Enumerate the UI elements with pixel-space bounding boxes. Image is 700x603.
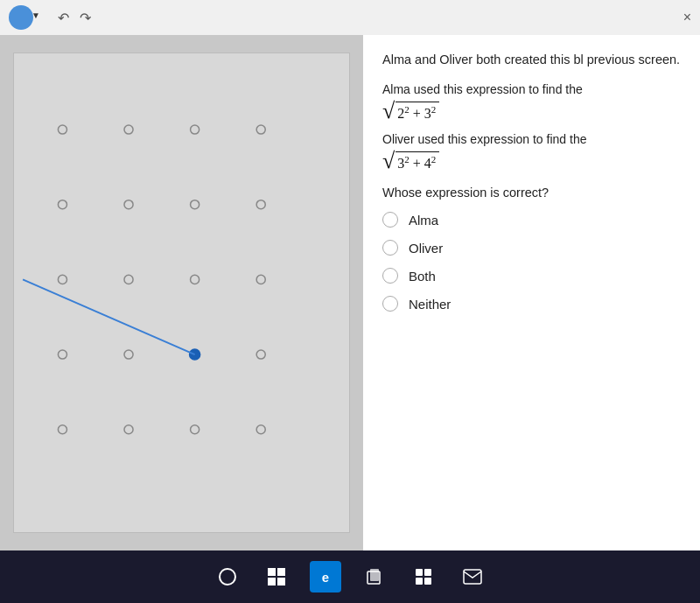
taskbar-mail[interactable] <box>457 561 488 592</box>
svg-rect-9 <box>424 578 431 585</box>
option-both-label: Both <box>409 269 436 284</box>
dot <box>124 125 133 134</box>
alma-label: Alma used this expression to find the <box>382 82 681 96</box>
alma-radical: √ 22 + 32 <box>382 102 439 122</box>
option-oliver-label: Oliver <box>409 241 443 256</box>
taskbar-edge[interactable]: e <box>310 561 341 592</box>
dot <box>191 425 200 434</box>
radio-neither[interactable] <box>382 296 398 312</box>
dot <box>256 275 265 284</box>
dot <box>58 200 66 209</box>
svg-rect-7 <box>424 569 431 576</box>
intro-text: Alma and Oliver both created this bl pre… <box>382 51 681 70</box>
alma-expression: √ 22 + 32 <box>382 102 681 122</box>
taskbar-windows[interactable] <box>261 561 292 592</box>
svg-rect-10 <box>464 570 481 584</box>
alma-expr-content: 22 + 32 <box>396 102 439 122</box>
dot <box>191 125 200 134</box>
taskbar-search[interactable] <box>212 561 243 592</box>
dot <box>124 425 133 434</box>
option-neither[interactable]: Neither <box>382 296 681 312</box>
dot <box>191 200 200 209</box>
taskbar: e <box>0 550 700 603</box>
question-label: Whose expression is correct? <box>382 186 681 200</box>
search-icon <box>219 568 236 585</box>
dot <box>58 125 66 134</box>
radical-sign-oliver: √ <box>382 151 395 171</box>
dot <box>58 425 66 434</box>
oliver-radical: √ 32 + 42 <box>382 151 439 172</box>
option-oliver[interactable]: Oliver <box>382 240 681 256</box>
close-button[interactable]: × <box>683 10 691 25</box>
taskbar-files[interactable] <box>359 561 390 592</box>
svg-rect-1 <box>277 568 285 576</box>
main-content: Alma and Oliver both created this bl pre… <box>0 35 700 550</box>
svg-rect-0 <box>268 568 276 576</box>
svg-rect-5 <box>370 569 379 581</box>
oliver-expression: √ 32 + 42 <box>382 151 681 172</box>
dot <box>256 200 265 209</box>
radio-oliver[interactable] <box>382 240 398 256</box>
option-neither-label: Neither <box>409 297 451 312</box>
svg-rect-8 <box>416 578 423 585</box>
windows-icon <box>267 567 286 586</box>
app-icon <box>9 5 33 30</box>
store-icon <box>414 567 433 586</box>
dot <box>191 275 200 284</box>
dot <box>256 125 265 134</box>
dot <box>124 275 133 284</box>
dot <box>58 350 66 359</box>
left-panel <box>0 35 363 550</box>
grid-svg <box>14 53 349 532</box>
dot <box>256 425 265 434</box>
dot <box>58 275 66 284</box>
files-icon <box>365 567 384 586</box>
taskbar-store[interactable] <box>408 561 439 592</box>
dot-grid <box>13 53 350 533</box>
undo-icon[interactable]: ↶ <box>58 10 69 26</box>
svg-rect-2 <box>268 578 276 585</box>
right-panel: Alma and Oliver both created this bl pre… <box>363 35 700 550</box>
title-bar: ↶ ↷ × <box>0 0 700 35</box>
option-both[interactable]: Both <box>382 268 681 284</box>
svg-rect-6 <box>416 569 423 576</box>
radio-alma[interactable] <box>382 212 398 228</box>
dot <box>256 350 265 359</box>
redo-icon[interactable]: ↷ <box>80 10 91 26</box>
option-alma[interactable]: Alma <box>382 212 681 228</box>
title-bar-controls: ↶ ↷ <box>58 10 91 26</box>
diagram-line <box>23 279 195 354</box>
oliver-expr-content: 32 + 42 <box>396 151 439 172</box>
edge-icon: e <box>322 570 329 585</box>
dot <box>124 350 133 359</box>
dot <box>124 200 133 209</box>
radical-sign-alma: √ <box>382 102 395 121</box>
radio-both[interactable] <box>382 268 398 284</box>
option-alma-label: Alma <box>409 213 438 228</box>
oliver-label: Oliver used this expression to find the <box>382 132 681 146</box>
mail-icon <box>463 569 482 585</box>
svg-rect-3 <box>277 578 285 585</box>
